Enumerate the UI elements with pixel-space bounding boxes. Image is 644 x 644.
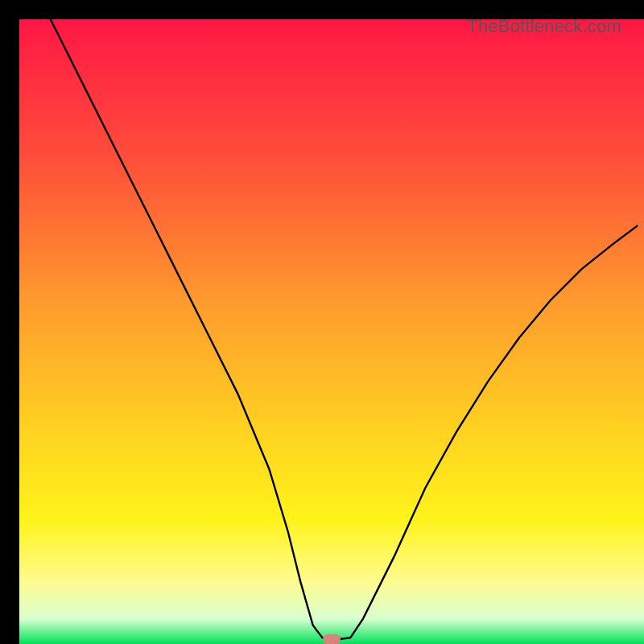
chart-frame: TheBottleneck.com — [10, 10, 634, 634]
plot-area — [19, 19, 644, 644]
gradient-background — [19, 19, 644, 644]
optimal-point-marker — [323, 634, 341, 644]
bottleneck-chart — [19, 19, 644, 644]
watermark-text: TheBottleneck.com — [467, 16, 621, 37]
